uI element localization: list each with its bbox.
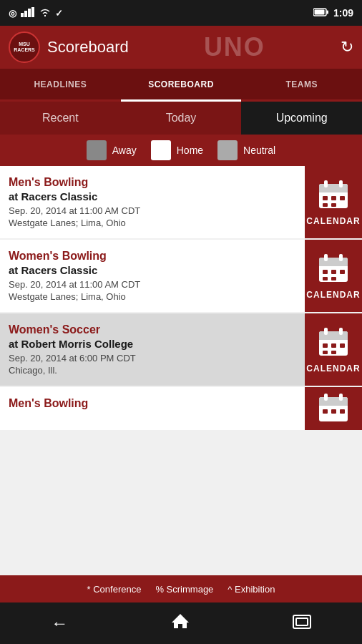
event-details: Men's Bowling at Racers Classic Sep. 20,… (0, 166, 305, 238)
svg-rect-31 (339, 328, 343, 335)
svg-rect-22 (323, 270, 328, 274)
svg-rect-21 (339, 254, 343, 261)
calendar-button[interactable] (305, 387, 362, 430)
event-opponent: at Robert Morris College (9, 338, 296, 350)
svg-rect-0 (21, 13, 24, 17)
event-sport: Women's Bowling (9, 250, 296, 263)
event-datetime: Sep. 20, 2014 at 11:00 AM CDT (9, 279, 296, 290)
tab-teams[interactable]: TEAMS (241, 69, 362, 102)
status-right: 1:09 (313, 7, 353, 19)
event-sport: Men's Bowling (9, 176, 296, 189)
tab-headlines[interactable]: HEADLINES (0, 69, 121, 102)
svg-rect-11 (339, 180, 343, 187)
svg-rect-2 (28, 9, 31, 17)
svg-rect-25 (323, 277, 328, 280)
svg-rect-44 (340, 409, 345, 414)
subtab-upcoming[interactable]: Upcoming (241, 102, 362, 135)
table-row: Men's Bowling at Racers Classic Sep. 20,… (0, 166, 362, 238)
filter-row: Away Home Neutral (0, 135, 362, 166)
event-sport: Men's Bowling (9, 397, 296, 410)
back-button[interactable]: ← (36, 608, 82, 639)
sub-tabs: Recent Today Upcoming (0, 102, 362, 135)
calendar-icon (317, 179, 350, 212)
event-details: Women's Bowling at Racers Classic Sep. 2… (0, 240, 305, 312)
svg-rect-20 (324, 254, 328, 261)
event-details: Women's Soccer at Robert Morris College … (0, 313, 305, 386)
svg-rect-12 (323, 196, 328, 200)
calendar-icon (317, 326, 350, 359)
subtab-today[interactable]: Today (121, 102, 242, 135)
app-logo: MSURACERS (9, 31, 40, 63)
svg-rect-47 (296, 618, 308, 625)
event-opponent: at Racers Classic (9, 190, 296, 203)
legend-exhibition: ^ Exhibition (228, 584, 275, 595)
status-left: ◎ ✓ (9, 7, 63, 19)
svg-rect-13 (331, 196, 336, 200)
svg-rect-35 (323, 351, 328, 354)
calendar-label: CALENDAR (306, 290, 360, 300)
svg-rect-43 (331, 409, 336, 414)
svg-rect-3 (31, 7, 34, 17)
calendar-button[interactable]: CALENDAR (305, 313, 362, 386)
event-sport: Women's Soccer (9, 323, 296, 336)
uno-brand: UNO (204, 32, 265, 62)
calendar-label: CALENDAR (306, 364, 360, 374)
event-venue: Westgate Lanes; Lima, Ohio (9, 291, 296, 302)
app-header: MSURACERS Scoreboard UNO ↻ (0, 26, 362, 69)
svg-rect-41 (339, 394, 343, 401)
bottom-nav: ← (0, 602, 362, 644)
time-display: 1:09 (333, 7, 353, 19)
svg-rect-36 (331, 351, 336, 354)
event-venue: Chicago, Ill. (9, 365, 296, 376)
filter-away[interactable]: Away (87, 140, 137, 160)
legend-conference: * Conference (87, 584, 142, 595)
signal-bars (21, 7, 35, 19)
event-datetime: Sep. 20, 2014 at 6:00 PM CDT (9, 353, 296, 364)
calendar-label: CALENDAR (306, 216, 360, 226)
table-row: Men's Bowling (0, 387, 362, 430)
svg-marker-45 (172, 614, 189, 628)
svg-rect-9 (319, 188, 348, 192)
subtab-recent[interactable]: Recent (0, 102, 121, 135)
table-row: Women's Bowling at Racers Classic Sep. 2… (0, 240, 362, 312)
notification-icon: ✓ (55, 8, 63, 19)
svg-rect-30 (324, 328, 328, 335)
event-details: Men's Bowling (0, 387, 305, 430)
app-header-left: MSURACERS Scoreboard (9, 31, 129, 63)
event-opponent: at Racers Classic (9, 264, 296, 276)
filter-home[interactable]: Home (151, 140, 203, 160)
away-color-box (87, 140, 107, 160)
svg-rect-29 (319, 336, 348, 340)
wifi-icon (39, 8, 51, 19)
home-button[interactable] (156, 607, 205, 640)
svg-rect-34 (340, 343, 345, 348)
svg-rect-1 (24, 11, 27, 17)
svg-rect-23 (331, 270, 336, 274)
svg-rect-10 (324, 180, 328, 187)
battery-icon (313, 7, 329, 19)
svg-rect-33 (331, 343, 336, 348)
app-title: Scoreboard (47, 38, 129, 57)
svg-rect-24 (340, 270, 345, 274)
tab-scoreboard[interactable]: SCOREBOARD (121, 69, 242, 102)
svg-rect-15 (323, 203, 328, 207)
svg-rect-26 (331, 277, 336, 280)
footer-legend: * Conference % Scrimmage ^ Exhibition (0, 575, 362, 602)
away-label: Away (112, 145, 137, 156)
calendar-icon (317, 253, 350, 286)
event-list: Men's Bowling at Racers Classic Sep. 20,… (0, 166, 362, 575)
refresh-button[interactable]: ↻ (341, 38, 353, 57)
filter-neutral[interactable]: Neutral (217, 140, 275, 160)
svg-rect-5 (326, 11, 328, 14)
legend-scrimmage: % Scrimmage (155, 584, 213, 595)
svg-rect-6 (314, 10, 324, 15)
calendar-button[interactable]: CALENDAR (305, 240, 362, 312)
event-venue: Westgate Lanes; Lima, Ohio (9, 218, 296, 228)
svg-rect-14 (340, 196, 345, 200)
carrier-icon: ◎ (9, 8, 16, 19)
recents-button[interactable] (278, 608, 326, 639)
home-label: Home (177, 145, 203, 156)
neutral-label: Neutral (243, 145, 275, 156)
calendar-button[interactable]: CALENDAR (305, 166, 362, 238)
neutral-color-box (217, 140, 238, 160)
